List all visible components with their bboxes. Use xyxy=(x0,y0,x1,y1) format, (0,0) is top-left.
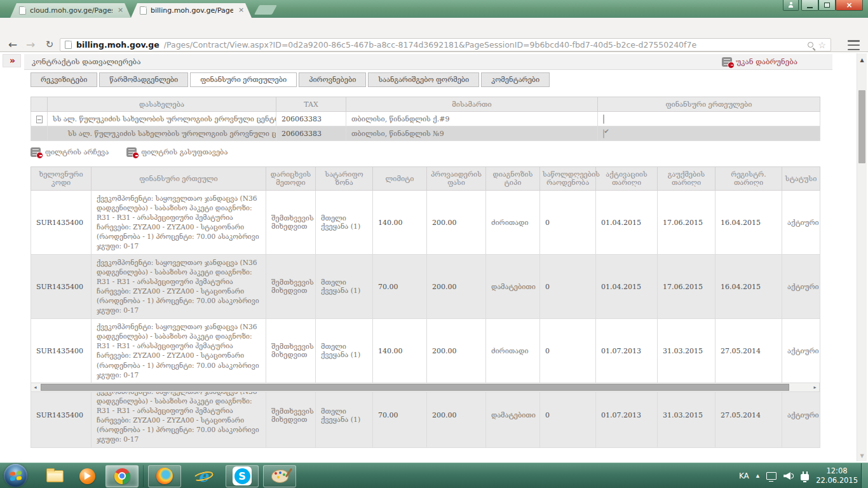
tab-title: billing.moh.gov.ge/Pages/ xyxy=(151,6,233,15)
profile-button[interactable] xyxy=(783,0,799,11)
scroll-up-icon[interactable] xyxy=(857,57,867,63)
column-header: TAX xyxy=(276,97,346,112)
column-header: საწოლდღეების რაოდენობა xyxy=(540,167,596,191)
browser-tab-cloud[interactable]: cloud.moh.gov.ge/Pages/ xyxy=(10,3,131,18)
taskbar: e S KA 12:08 22.06.2015 xyxy=(0,463,868,488)
maximize-button[interactable] xyxy=(818,0,836,11)
vertical-scrollbar[interactable] xyxy=(857,53,867,461)
tab-close-icon[interactable] xyxy=(116,6,125,15)
tab-requisites[interactable]: რეკვიზიტები xyxy=(31,72,97,87)
tray-date: 22.06.2015 xyxy=(816,476,858,485)
windows-explorer-button[interactable] xyxy=(41,464,69,487)
minimize-button[interactable] xyxy=(801,0,818,11)
sidebar-expand-icon[interactable] xyxy=(3,54,21,67)
firefox-icon xyxy=(156,468,173,484)
horizontal-scrollbar[interactable] xyxy=(31,383,820,392)
scroll-down-icon[interactable] xyxy=(857,453,867,459)
cell-bed-days: 0 xyxy=(540,319,596,383)
cell-tax: 206063383 xyxy=(276,112,346,126)
tab-close-icon[interactable] xyxy=(237,6,245,15)
new-tab-button[interactable] xyxy=(254,5,277,15)
address-bar[interactable]: billing.moh.gov.ge /Pages/Contract/View.… xyxy=(60,38,831,51)
fin-units-checkbox[interactable] xyxy=(603,114,604,124)
clock[interactable]: 12:08 22.06.2015 xyxy=(816,466,858,485)
bookmark-star-icon[interactable] xyxy=(818,40,826,50)
cell-address: თბილისი, წინანდლის ქ.#9 xyxy=(346,112,598,126)
hidden-icons-arrow[interactable] xyxy=(756,473,759,478)
cell-bed-days: 0 xyxy=(540,383,596,447)
table-row[interactable]: სს ალ. წულუკიძის სახელობის უროლოგიის ერო… xyxy=(31,112,820,126)
column-header: მისამართი xyxy=(346,97,598,112)
filter-toolbar: ფილტრის არჩევა ფილტრის გასუფთავება xyxy=(31,147,227,157)
menu-icon[interactable] xyxy=(845,39,862,51)
internet-explorer-button[interactable]: e xyxy=(186,464,221,487)
vertical-scroll-thumb[interactable] xyxy=(858,90,865,163)
financial-units-table: ხელოვნური კოდი ფინანსური ერთეული დარიცხვ… xyxy=(31,166,820,448)
cell-limit: 140.00 xyxy=(373,319,427,383)
table-row[interactable]: SUR1435400 ქვეკომპონენტი: საყოველთაო ჯან… xyxy=(31,191,820,255)
cell-zone: მთელი ქვეყანა (1) xyxy=(316,319,373,383)
power-plug-icon[interactable] xyxy=(801,474,809,480)
filter-select-label: ფილტრის არჩევა xyxy=(45,148,109,156)
cell-zone: მთელი ქვეყანა (1) xyxy=(316,191,373,255)
column-header: ფინანსური ერთეული xyxy=(92,167,266,191)
browser-tab-billing[interactable]: billing.moh.gov.ge/Pages/ xyxy=(131,3,252,18)
tab-comments[interactable]: კომენტარები xyxy=(481,72,550,87)
horizontal-scroll-thumb[interactable] xyxy=(41,384,789,391)
page-title: კონტრაქტის დათვალიერება xyxy=(32,57,140,66)
zoom-icon[interactable] xyxy=(808,42,813,48)
cell-unit: ქვეკომპონენტი: საყოველთაო ჯანდაცვა (N36 … xyxy=(92,383,266,447)
column-header: ფინანსური ერთეულები xyxy=(598,97,820,112)
column-header: გაუქმების თარიღი xyxy=(658,167,715,191)
system-tray: KA 12:08 22.06.2015 xyxy=(739,463,858,488)
paint-icon xyxy=(271,470,288,483)
go-back-button[interactable]: უკან დაბრუნება xyxy=(722,57,797,67)
back-icon[interactable]: ← xyxy=(5,37,20,51)
cell-name: სს ალ. წულუკიძის სახელობის უროლოგიის ერო… xyxy=(48,112,276,126)
cell-cancel-date: 17.06.2015 xyxy=(658,191,715,255)
firefox-button[interactable] xyxy=(148,465,181,487)
cell-diagnosis-type: დამატებითი xyxy=(486,255,540,319)
tab-report-forms[interactable]: საანგარიშგებო ფორმები xyxy=(368,72,479,87)
tab-financial-units[interactable]: ფინანსური ერთეულები xyxy=(190,72,297,87)
cell-diagnosis-type: ძირითადი xyxy=(486,319,540,383)
table-row[interactable]: SUR1435400 ქვეკომპონენტი: საყოველთაო ჯან… xyxy=(31,319,820,383)
column-header: პროვაიდერის ფასი xyxy=(427,167,486,191)
expand-column-header xyxy=(31,97,48,112)
table-row-selected[interactable]: სს ალ. წულუკიძის სახელობის უროლოგიის ერო… xyxy=(31,126,820,141)
tab-representatives[interactable]: წარმომადგენლები xyxy=(99,72,188,87)
show-desktop-button[interactable] xyxy=(861,463,868,488)
maximize-icon xyxy=(824,3,830,8)
cell-registration-date: 27.05.2014 xyxy=(715,319,782,383)
reload-icon[interactable]: ↻ xyxy=(42,37,57,51)
skype-button[interactable]: S xyxy=(226,465,259,487)
cell-method: შემთხვევის მიხედვით xyxy=(266,319,316,383)
tab-title: cloud.moh.gov.ge/Pages/ xyxy=(30,6,112,15)
scroll-left-icon[interactable] xyxy=(31,383,39,391)
folder-icon xyxy=(46,470,64,482)
media-player-button[interactable] xyxy=(73,464,101,487)
tab-persons[interactable]: პიროვნებები xyxy=(299,72,366,87)
cell-activation-date: 01.07.2013 xyxy=(596,383,658,447)
cell-unit: ქვეკომპონენტი: საყოველთაო ჯანდაცვა (N36 … xyxy=(92,191,266,255)
start-button[interactable] xyxy=(4,464,27,487)
scroll-right-icon[interactable] xyxy=(811,383,819,391)
chrome-button[interactable] xyxy=(105,465,139,487)
cell-unit: ქვეკომპონენტი: საყოველთაო ჯანდაცვა (N36 … xyxy=(92,319,266,383)
language-indicator[interactable]: KA xyxy=(739,471,749,480)
column-header: სატარიფო ზონა xyxy=(316,167,373,191)
cell-price: 200.00 xyxy=(427,383,486,447)
close-button[interactable] xyxy=(836,0,863,11)
filter-select-button[interactable]: ფილტრის არჩევა xyxy=(31,147,109,157)
fin-units-checkbox-checked[interactable] xyxy=(603,129,604,139)
table-row[interactable]: SUR1435400 ქვეკომპონენტი: საყოველთაო ჯან… xyxy=(31,255,820,319)
paint-button[interactable] xyxy=(263,465,296,487)
network-icon[interactable] xyxy=(766,472,776,480)
cell-price: 200.00 xyxy=(427,319,486,383)
volume-icon[interactable] xyxy=(783,472,794,480)
filter-clear-button[interactable]: ფილტრის გასუფთავება xyxy=(126,147,227,157)
table-row[interactable]: SUR1435400 ქვეკომპონენტი: საყოველთაო ჯან… xyxy=(31,383,820,447)
collapse-icon[interactable] xyxy=(36,116,43,123)
table-header-row: დასახელება TAX მისამართი ფინანსური ერთეუ… xyxy=(31,97,820,112)
forward-icon[interactable]: → xyxy=(23,37,38,51)
